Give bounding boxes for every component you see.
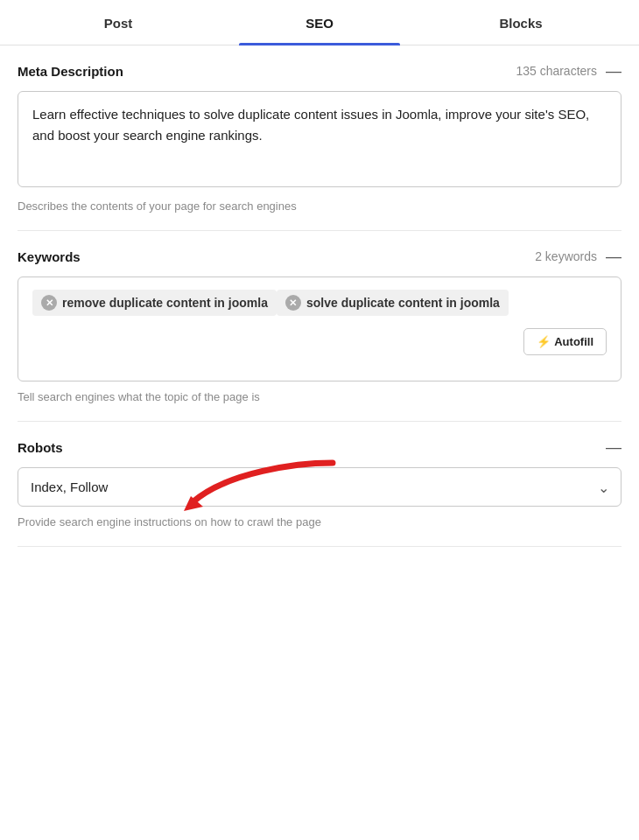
autofill-area: ⚡ Autofill — [32, 328, 607, 355]
tab-seo-label: SEO — [305, 16, 334, 31]
meta-description-header: Meta Description 135 characters — — [18, 63, 621, 79]
keyword-label: remove duplicate content in joomla — [62, 296, 268, 310]
keywords-section: Keywords 2 keywords — ✕remove duplicate … — [18, 231, 621, 422]
keyword-tag: ✕remove duplicate content in joomla — [32, 290, 277, 316]
keywords-list: ✕remove duplicate content in joomla✕solv… — [32, 290, 607, 325]
robots-select[interactable]: Index, FollowIndex, NoFollowNoIndex, Fol… — [18, 467, 621, 507]
bolt-icon: ⚡ — [537, 335, 551, 348]
keyword-label: solve duplicate content in joomla — [306, 296, 500, 310]
keywords-box: ✕remove duplicate content in joomla✕solv… — [18, 276, 621, 382]
meta-description-hint: Describes the contents of your page for … — [18, 200, 621, 213]
tab-post-label: Post — [104, 16, 133, 31]
robots-title: Robots — [18, 440, 63, 455]
keywords-count: 2 keywords — [535, 249, 597, 263]
robots-collapse[interactable]: — — [606, 439, 621, 455]
autofill-label: Autofill — [554, 335, 593, 348]
keywords-meta: 2 keywords — — [535, 248, 621, 264]
keywords-title: Keywords — [18, 249, 81, 264]
autofill-button[interactable]: ⚡ Autofill — [523, 328, 607, 355]
tabs-nav: Post SEO Blocks — [0, 0, 639, 46]
meta-description-collapse[interactable]: — — [606, 63, 621, 79]
meta-description-meta: 135 characters — — [516, 63, 621, 79]
keywords-header: Keywords 2 keywords — — [18, 248, 621, 264]
meta-description-title: Meta Description — [18, 64, 123, 79]
keyword-tag: ✕solve duplicate content in joomla — [277, 290, 509, 316]
keyword-remove-icon[interactable]: ✕ — [285, 295, 301, 311]
keyword-remove-icon[interactable]: ✕ — [41, 295, 57, 311]
keywords-collapse[interactable]: — — [606, 248, 621, 264]
meta-description-input[interactable] — [18, 91, 621, 187]
tab-blocks[interactable]: Blocks — [420, 0, 621, 45]
tab-post[interactable]: Post — [18, 0, 219, 45]
robots-hint: Provide search engine instructions on ho… — [18, 515, 621, 528]
tab-blocks-label: Blocks — [499, 16, 542, 31]
robots-select-wrapper: Index, FollowIndex, NoFollowNoIndex, Fol… — [18, 467, 621, 507]
seo-panel: Meta Description 135 characters — Descri… — [0, 46, 639, 547]
meta-description-section: Meta Description 135 characters — Descri… — [18, 46, 621, 231]
robots-section: Robots — Index, FollowIndex, NoFollowNoI… — [18, 422, 621, 547]
robots-header: Robots — — [18, 439, 621, 455]
tab-seo[interactable]: SEO — [219, 0, 420, 45]
robots-meta: — — [606, 439, 621, 455]
meta-description-count: 135 characters — [516, 64, 597, 78]
keywords-hint: Tell search engines what the topic of th… — [18, 390, 621, 403]
